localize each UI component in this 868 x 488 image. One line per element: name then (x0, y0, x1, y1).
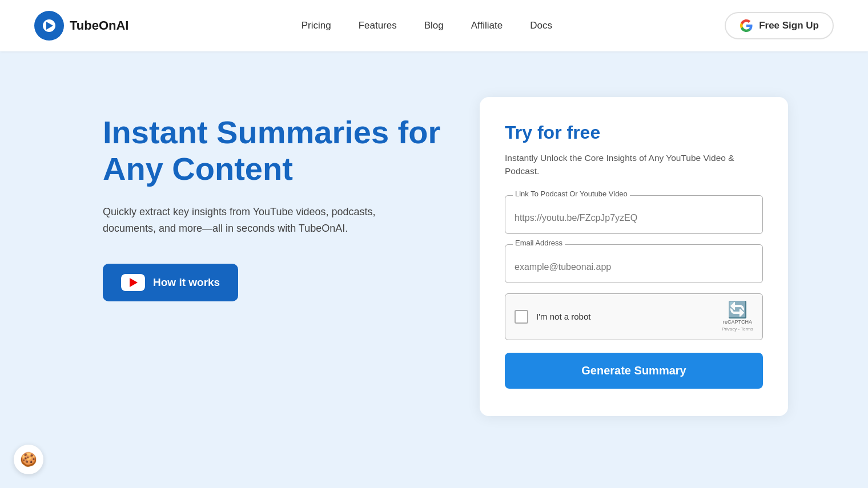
logo-icon-inner (43, 19, 55, 32)
nav-item-blog[interactable]: Blog (424, 20, 444, 31)
recaptcha-logo-icon: 🔄 (728, 302, 748, 318)
email-input[interactable] (505, 244, 763, 283)
main-content: Instant Summaries for Any Content Quickl… (0, 51, 868, 450)
navbar: TubeOnAI Pricing Features Blog Affiliate… (0, 0, 868, 51)
url-input[interactable] (505, 195, 763, 234)
try-free-card: Try for free Instantly Unlock the Core I… (480, 97, 788, 416)
logo-text: TubeOnAI (70, 18, 128, 33)
hero-description: Quickly extract key insights from YouTub… (103, 204, 400, 237)
url-field-label: Link To Podcast Or Youtube Video (513, 189, 630, 198)
hero-title: Instant Summaries for Any Content (103, 114, 445, 188)
nav-item-features[interactable]: Features (359, 20, 397, 31)
youtube-icon (121, 274, 145, 291)
how-it-works-label: How it works (153, 276, 220, 289)
email-field-label: Email Address (513, 239, 565, 247)
email-field-group: Email Address (505, 244, 763, 283)
url-field-group: Link To Podcast Or Youtube Video (505, 195, 763, 234)
signup-button[interactable]: Free Sign Up (725, 12, 834, 39)
recaptcha-brand: reCAPTCHA (723, 319, 752, 326)
recaptcha-links: Privacy - Terms (722, 326, 753, 332)
hero-section: Instant Summaries for Any Content Quickl… (103, 97, 445, 301)
signup-label: Free Sign Up (759, 20, 819, 31)
captcha-box: I'm not a robot 🔄 reCAPTCHA Privacy - Te… (505, 293, 763, 341)
captcha-checkbox[interactable] (515, 310, 528, 324)
nav-item-pricing[interactable]: Pricing (302, 20, 331, 31)
how-it-works-button[interactable]: How it works (103, 264, 238, 301)
nav-links: Pricing Features Blog Affiliate Docs (302, 20, 552, 31)
card-title: Try for free (505, 122, 763, 143)
nav-item-affiliate[interactable]: Affiliate (471, 20, 503, 31)
nav-item-docs[interactable]: Docs (530, 20, 552, 31)
cookie-badge[interactable]: 🍪 (14, 445, 43, 474)
logo-link[interactable]: TubeOnAI (34, 11, 128, 41)
google-icon (740, 19, 753, 33)
captcha-left: I'm not a robot (515, 310, 590, 324)
captcha-right: 🔄 reCAPTCHA Privacy - Terms (722, 302, 753, 332)
card-subtitle: Instantly Unlock the Core Insights of An… (505, 151, 763, 178)
generate-summary-button[interactable]: Generate Summary (505, 353, 763, 389)
captcha-label: I'm not a robot (536, 312, 590, 321)
logo-icon (34, 11, 64, 41)
youtube-play-icon (130, 278, 138, 287)
logo-play-icon (46, 22, 53, 30)
